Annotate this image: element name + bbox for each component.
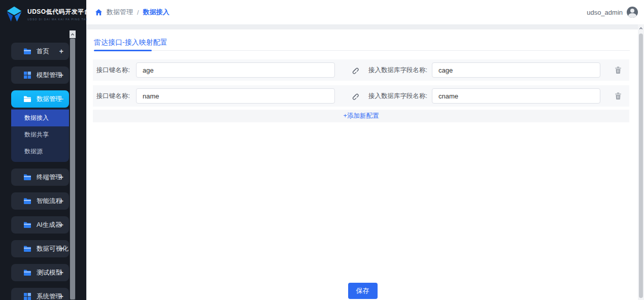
divider: [94, 50, 630, 51]
folder-icon: [23, 95, 31, 103]
plus-toggle-icon[interactable]: +: [59, 221, 63, 229]
sidebar-item-test-model[interactable]: 测试模型 +: [11, 264, 69, 281]
add-config-label: +添加新配置: [344, 112, 379, 120]
app-logo: UDSO低代码开发平台 UDSO DI DAI MA KAI FA PING T…: [0, 0, 86, 28]
sidebar-item-label: 数据管理: [37, 95, 62, 104]
sidebar-item-label: 智能流程: [37, 197, 62, 206]
sidebar-group-data-mgmt: 数据管理 − 数据接入 数据共享 数据源: [11, 90, 69, 162]
grid-icon: [23, 292, 31, 300]
folder-icon: [23, 221, 31, 229]
user-avatar-icon[interactable]: [627, 7, 638, 18]
plus-toggle-icon[interactable]: +: [59, 173, 63, 181]
sidebar: UDSO低代码开发平台 UDSO DI DAI MA KAI FA PING T…: [0, 0, 86, 300]
sidebar-scrollbar[interactable]: [70, 30, 76, 300]
app-subtitle: UDSO DI DAI MA KAI FA PING TAI: [27, 18, 87, 20]
sidebar-submenu: 数据接入 数据共享 数据源: [11, 109, 69, 162]
sidebar-item-label: 数据可视化: [37, 245, 69, 253]
tab-mapping-config[interactable]: 雷达接口-接入映射配置: [94, 38, 167, 47]
sidebar-subitem-data-source[interactable]: 数据源: [11, 143, 69, 160]
sidebar-subitem-data-access[interactable]: 数据接入: [11, 110, 69, 126]
sidebar-subitem-data-share[interactable]: 数据共享: [11, 126, 69, 143]
folder-icon: [23, 173, 31, 181]
key-name-input[interactable]: [136, 88, 335, 104]
plus-toggle-icon[interactable]: +: [59, 292, 63, 300]
save-button[interactable]: 保存: [348, 283, 378, 299]
sidebar-subitem-label: 数据源: [24, 147, 43, 156]
db-field-input[interactable]: [432, 88, 600, 104]
trash-icon[interactable]: [614, 66, 622, 74]
sidebar-item-terminal-mgmt[interactable]: 终端管理 +: [11, 169, 69, 186]
sidebar-item-data-mgmt[interactable]: 数据管理 −: [11, 90, 69, 108]
db-field-input[interactable]: [432, 62, 600, 78]
sidebar-scrollbar-thumb[interactable]: [70, 39, 75, 299]
sidebar-item-ai-generator[interactable]: AI生成器 +: [11, 216, 69, 234]
trash-icon[interactable]: [614, 92, 622, 100]
sidebar-subitem-label: 数据接入: [24, 114, 49, 122]
mapping-row: 接口键名称: 接入数据库字段名称:: [93, 59, 629, 81]
folder-icon: [23, 245, 31, 253]
plus-toggle-icon[interactable]: +: [59, 269, 63, 277]
sidebar-item-label: 终端管理: [37, 173, 62, 182]
sidebar-item-label: 首页: [37, 47, 49, 56]
content-card: 雷达接口-接入映射配置 接口键名称: 接入数据库字段名称: 接口键名称: 接入数…: [87, 29, 638, 300]
plus-toggle-icon[interactable]: +: [59, 197, 63, 205]
folder-icon: [23, 197, 31, 205]
logo-diamond-icon: [5, 5, 23, 23]
main-scrollbar[interactable]: [638, 24, 644, 300]
sidebar-item-model-mgmt[interactable]: 模型管理 +: [11, 66, 69, 84]
plus-toggle-icon[interactable]: +: [59, 71, 63, 79]
key-name-input[interactable]: [136, 62, 335, 78]
breadcrumb-section[interactable]: 数据管理: [107, 8, 133, 17]
main-scrollbar-thumb[interactable]: [639, 34, 643, 298]
sidebar-item-smart-flow[interactable]: 智能流程 +: [11, 192, 69, 210]
sidebar-item-label: AI生成器: [37, 221, 61, 229]
sidebar-item-data-visualization[interactable]: 数据可视化 +: [11, 240, 69, 257]
sidebar-item-home[interactable]: 首页 +: [11, 43, 69, 60]
key-name-label: 接口键名称:: [96, 59, 130, 81]
breadcrumb: 数据管理 / 数据接入: [95, 0, 170, 24]
sidebar-item-system-mgmt[interactable]: 系统管理 +: [11, 288, 69, 300]
folder-icon: [23, 47, 31, 55]
breadcrumb-current: 数据接入: [143, 8, 170, 17]
app-title: UDSO低代码开发平台: [27, 8, 98, 16]
sidebar-subitem-label: 数据共享: [24, 130, 49, 139]
link-icon[interactable]: [351, 66, 359, 74]
minus-toggle-icon[interactable]: −: [59, 95, 63, 103]
user-menu[interactable]: udso_admin: [587, 0, 638, 24]
sidebar-item-label: 测试模型: [37, 269, 62, 277]
grid-icon: [23, 71, 31, 79]
top-header: 数据管理 / 数据接入 udso_admin: [86, 0, 644, 24]
add-config-button[interactable]: +添加新配置: [93, 110, 629, 122]
username: udso_admin: [587, 9, 623, 16]
caret-up-icon[interactable]: [638, 25, 644, 32]
tab-active-underline: [94, 50, 152, 51]
caret-up-icon[interactable]: [70, 30, 76, 38]
db-field-label: 接入数据库字段名称:: [368, 59, 427, 81]
content-gap: [86, 24, 638, 29]
sidebar-menu: 首页 + 模型管理 + 数据管理 − 数据接入 数据共享 数据源: [11, 43, 69, 300]
db-field-label: 接入数据库字段名称:: [368, 85, 427, 107]
plus-toggle-icon[interactable]: +: [59, 245, 63, 253]
folder-icon: [23, 269, 31, 277]
plus-toggle-icon[interactable]: +: [59, 47, 63, 55]
link-icon[interactable]: [351, 92, 359, 100]
mapping-row: 接口键名称: 接入数据库字段名称:: [93, 85, 629, 107]
key-name-label: 接口键名称:: [96, 85, 130, 107]
breadcrumb-separator: /: [137, 9, 139, 16]
sidebar-item-label: 系统管理: [37, 292, 62, 300]
sidebar-item-label: 模型管理: [37, 71, 62, 80]
